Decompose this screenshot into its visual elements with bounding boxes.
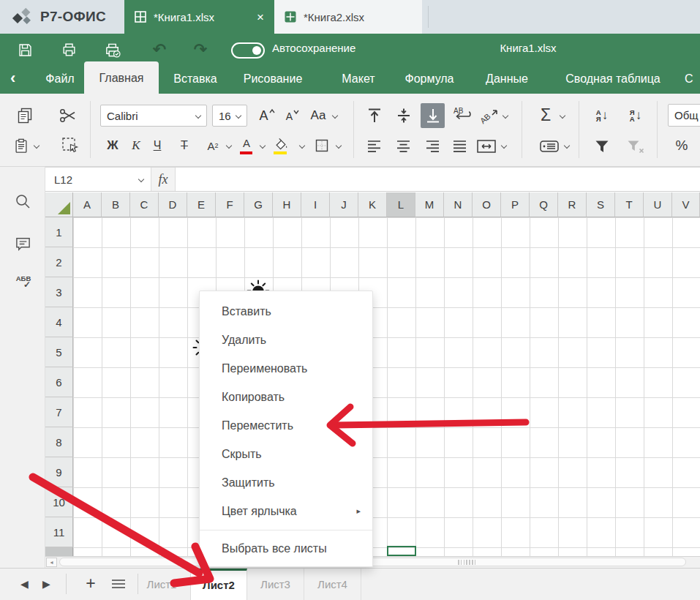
paste-button[interactable] [12,136,31,155]
sheet-tab-list1[interactable]: Лист1 [133,569,190,600]
column-header[interactable]: E [187,192,216,217]
prev-sheet-button[interactable]: ◀ [20,568,29,600]
worksheet-cells[interactable] [73,217,700,556]
print-button[interactable] [60,41,78,59]
menu-item-tab-color[interactable]: Цвет ярлычка ▸ [200,497,372,525]
sheet-list-button[interactable] [108,568,129,600]
column-header[interactable]: B [102,192,130,217]
row-header-12-selected[interactable] [45,547,73,556]
sheet-tab-list4[interactable]: Лист4 [304,569,361,600]
sort-descending-button[interactable]: ЯА ↓ [625,106,647,125]
row-header[interactable]: 3 [45,277,73,307]
menu-item-copy[interactable]: Копировать [200,383,372,411]
tab-file[interactable]: Файл [40,64,80,94]
menu-item-protect[interactable]: Защитить [200,468,372,497]
subscript-button[interactable]: А2 [203,137,222,154]
align-justify-button[interactable] [451,138,470,155]
tab-draw[interactable]: Рисование [236,64,310,94]
tab-layout[interactable]: Макет [331,64,386,94]
save-button[interactable] [16,41,34,59]
column-header[interactable]: A [73,192,102,217]
clear-filter-button[interactable] [625,138,646,155]
close-tab-icon[interactable]: × [257,11,264,23]
scrollbar-grip[interactable] [458,560,476,565]
row-header[interactable]: 11 [45,517,73,547]
column-header[interactable]: V [672,192,700,217]
column-header[interactable]: H [273,192,301,217]
column-header[interactable]: C [130,192,159,217]
menu-item-delete[interactable]: Удалить [200,326,372,354]
underline-button[interactable]: Ч [148,137,166,154]
align-top-button[interactable] [364,105,385,126]
tab-home[interactable]: Главная [84,61,159,94]
active-cell-L12[interactable] [387,546,416,556]
column-header[interactable]: N [444,192,473,217]
row-header[interactable]: 2 [45,247,73,277]
fill-color-button[interactable] [272,135,290,154]
merge-cells-button[interactable] [475,138,497,155]
document-tab-book1[interactable]: *Книга1.xlsx × [124,0,274,34]
column-header[interactable]: G [244,192,273,217]
add-sheet-button[interactable]: + [80,568,101,600]
insert-function-button[interactable]: fx [151,168,176,191]
tab-pivot-table[interactable]: Сводная таблица [559,64,667,94]
next-sheet-button[interactable]: ▶ [42,568,50,600]
filter-button[interactable] [592,138,611,155]
select-range-button[interactable] [60,136,80,155]
select-all-corner[interactable] [45,192,73,217]
spellcheck-button[interactable]: АБВ ✓ [12,275,35,288]
column-header[interactable]: J [330,192,358,217]
increase-font-button[interactable]: А [257,106,276,125]
percent-style-button[interactable]: % [671,136,692,155]
column-header[interactable]: I [301,192,330,217]
named-ranges-button[interactable] [538,138,560,155]
autosave-toggle[interactable] [231,42,265,59]
document-tab-book2[interactable]: *Книга2.xlsx [274,0,422,34]
align-center-button[interactable] [394,138,413,155]
font-color-button[interactable]: А [238,135,255,154]
comments-button[interactable] [13,234,32,253]
align-right-button[interactable] [424,138,443,155]
name-box[interactable]: L12 [45,168,151,191]
wrap-text-button[interactable]: АВ [451,105,473,126]
row-header[interactable]: 9 [45,457,73,487]
italic-button[interactable]: К [127,137,145,154]
align-middle-button[interactable] [394,105,414,126]
column-header[interactable]: D [159,192,187,217]
row-header[interactable]: 1 [45,217,73,247]
menu-item-move[interactable]: Переместить [200,411,372,440]
menu-item-rename[interactable]: Переименовать [200,354,372,383]
row-header[interactable]: 7 [45,397,73,427]
undo-button[interactable]: ↶ [151,41,168,59]
font-size-combobox[interactable]: 16 [212,105,247,127]
row-header[interactable]: 4 [45,307,73,337]
column-header[interactable]: P [501,192,530,217]
number-format-combobox[interactable]: Общ [668,104,700,127]
column-header[interactable]: O [473,192,501,217]
change-case-button[interactable]: Аа [307,106,329,125]
strikeout-button[interactable]: Т [176,137,193,154]
redo-button[interactable]: ↷ [192,41,209,59]
sheet-tab-list3[interactable]: Лист3 [247,569,304,600]
column-header-selected[interactable]: L [387,192,415,217]
align-left-button[interactable] [365,138,384,155]
column-header[interactable]: U [644,192,672,217]
quick-print-button[interactable] [104,41,121,59]
menu-item-select-all-sheets[interactable]: Выбрать все листы [200,534,372,563]
back-chevron-icon[interactable]: ‹ [10,64,15,94]
menu-item-hide[interactable]: Скрыть [200,440,372,468]
column-header[interactable]: F [216,192,244,217]
row-header[interactable]: 8 [45,427,73,457]
column-header[interactable]: K [358,192,387,217]
column-header[interactable]: Q [530,192,558,217]
tab-insert[interactable]: Вставка [166,64,225,94]
column-header[interactable]: M [415,192,444,217]
column-header[interactable]: R [558,192,587,217]
column-header[interactable]: T [615,192,644,217]
menu-item-insert[interactable]: Вставить [200,297,372,326]
tab-collaboration-clipped[interactable]: С [685,64,700,94]
autosum-button[interactable]: Σ [537,105,554,125]
borders-button[interactable] [313,137,331,154]
text-orientation-button[interactable]: АВ [480,105,500,126]
row-header[interactable]: 6 [45,367,73,397]
